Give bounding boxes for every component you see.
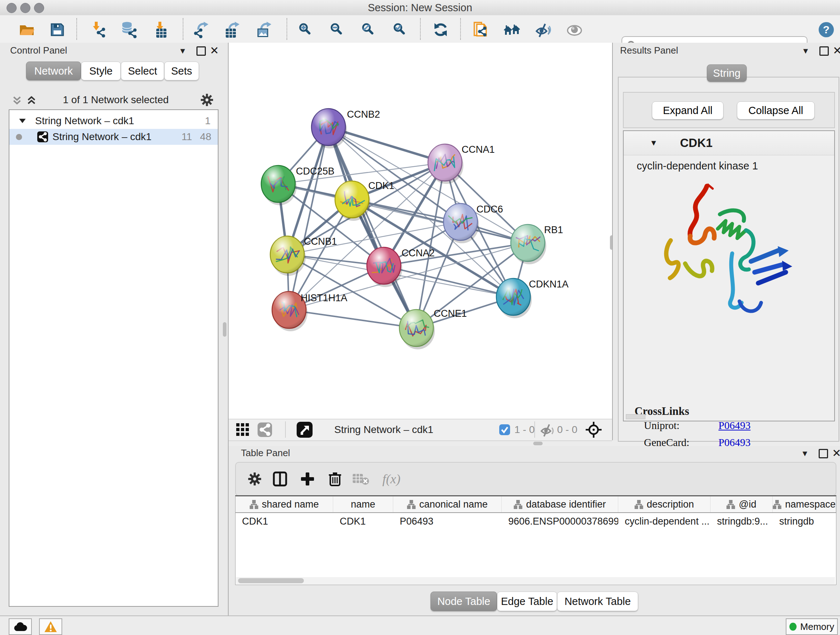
results-panel-float-button[interactable] xyxy=(819,46,829,57)
zoom-in-button[interactable] xyxy=(296,20,315,39)
column-header-shared-name[interactable]: shared name xyxy=(235,496,333,512)
table-horizontal-scrollbar[interactable] xyxy=(236,577,835,584)
collapse-all-button[interactable]: Collapse All xyxy=(737,101,815,119)
table-cell[interactable]: CDK1 xyxy=(333,516,393,527)
results-panel-close-button[interactable]: ✕ xyxy=(833,44,840,57)
results-panel-menu-button[interactable]: ▼ xyxy=(802,46,810,56)
column-header-description[interactable]: description xyxy=(618,496,711,512)
tab-edge-table[interactable]: Edge Table xyxy=(497,592,557,611)
table-panel: Table Panel ▼ ✕ xyxy=(229,446,840,616)
table-cell[interactable]: 9606.ENSP00000378699 xyxy=(502,516,618,527)
show-graphics-details-button[interactable] xyxy=(565,20,584,39)
table-cell[interactable]: stringdb:9... xyxy=(711,516,773,527)
selected-node-edge-count: 1 - 0 xyxy=(515,419,535,440)
network-node-CCNB2[interactable] xyxy=(311,109,347,149)
delete-column-button[interactable] xyxy=(326,470,344,488)
zoom-selected-button[interactable] xyxy=(391,20,409,39)
column-header-database-identifier[interactable]: database identifier xyxy=(502,496,618,512)
control-panel-menu-button[interactable]: ▼ xyxy=(179,46,187,56)
table-cell[interactable]: cyclin-dependent ... xyxy=(618,516,711,527)
column-header--id[interactable]: @id xyxy=(711,496,773,512)
crosslink-uniprot-link[interactable]: P06493 xyxy=(718,420,751,432)
collapse-triangle-icon: ▼ xyxy=(650,138,658,148)
import-network-database-button[interactable] xyxy=(119,20,138,39)
memory-button[interactable]: Memory xyxy=(786,618,838,635)
hidden-items-button[interactable] xyxy=(539,419,555,440)
tab-select[interactable]: Select xyxy=(121,62,164,80)
export-image-button[interactable] xyxy=(255,20,273,39)
cloud-status-button[interactable] xyxy=(9,618,32,635)
open-session-button[interactable] xyxy=(17,20,36,39)
network-collection-row[interactable]: String Network – cdk1 1 xyxy=(9,113,218,129)
grid-icon xyxy=(236,423,249,437)
network-node-CDKN1A[interactable] xyxy=(496,279,532,318)
column-header-name[interactable]: name xyxy=(333,496,393,512)
string-results-container: Expand All Collapse All ▼ CDK1 cyclin-de… xyxy=(618,77,839,442)
function-builder-button[interactable]: f(x) xyxy=(378,470,405,488)
table-row[interactable]: CDK1CDK1P064939606.ENSP00000378699cyclin… xyxy=(235,513,836,530)
save-session-button[interactable] xyxy=(48,20,66,39)
network-node-RB1[interactable] xyxy=(511,225,546,264)
network-list-options-button[interactable] xyxy=(200,93,214,109)
table-panel-close-button[interactable]: ✕ xyxy=(832,447,840,459)
export-image-icon xyxy=(256,21,273,38)
network-view-share-button[interactable] xyxy=(257,419,272,440)
control-panel-float-button[interactable] xyxy=(196,46,206,57)
tab-string[interactable]: String xyxy=(707,65,747,82)
export-network-button[interactable] xyxy=(192,20,210,39)
column-header-canonical-name[interactable]: canonical name xyxy=(393,496,502,512)
grid-mode-button[interactable] xyxy=(236,419,249,440)
tab-node-table[interactable]: Node Table xyxy=(431,592,497,611)
selected-checkbox[interactable] xyxy=(499,419,510,440)
hide-graphics-details-button[interactable] xyxy=(533,20,552,39)
scrollbar-thumb[interactable] xyxy=(238,578,304,583)
help-button[interactable]: ? xyxy=(817,20,836,39)
collapse-all-networks-button[interactable] xyxy=(11,94,23,108)
table-cell[interactable]: stringdb xyxy=(773,516,836,527)
left-splitter-handle[interactable] xyxy=(223,322,226,337)
control-panel-close-button[interactable]: ✕ xyxy=(210,44,219,57)
network-node-CCNA2[interactable] xyxy=(367,247,402,287)
mini-scrollbar[interactable] xyxy=(626,414,645,419)
delete-table-button[interactable] xyxy=(352,470,370,488)
results-panel-title: Results Panel xyxy=(620,45,678,56)
network-canvas[interactable]: CCNB2CCNA1CDC25BCDK1CDC6RB1CCNB1CCNA2CDK… xyxy=(229,43,612,419)
trash-icon xyxy=(328,471,342,486)
fit-content-button[interactable] xyxy=(585,419,602,440)
expand-all-button[interactable]: Expand All xyxy=(652,101,723,119)
table-options-button[interactable] xyxy=(246,470,264,488)
network-node-CCNE1[interactable] xyxy=(399,310,435,349)
tab-sets[interactable]: Sets xyxy=(164,62,199,80)
horizontal-splitter-handle[interactable] xyxy=(533,442,543,445)
birdseye-view-button[interactable] xyxy=(297,419,313,440)
zoom-selected-icon xyxy=(392,21,409,38)
table-cell[interactable]: CDK1 xyxy=(235,516,333,527)
export-table-button[interactable] xyxy=(223,20,242,39)
network-node-CDC25B[interactable] xyxy=(261,165,297,205)
cdk1-card-header[interactable]: ▼ CDK1 xyxy=(624,131,834,155)
show-columns-button[interactable] xyxy=(271,470,289,488)
network-selection-status: 1 of 1 Network selected xyxy=(43,94,188,106)
tab-style[interactable]: Style xyxy=(81,62,121,80)
table-cell[interactable]: P06493 xyxy=(393,516,502,527)
table-panel-float-button[interactable] xyxy=(819,449,828,460)
import-network-file-button[interactable] xyxy=(88,20,107,39)
table-panel-menu-button[interactable]: ▼ xyxy=(801,449,809,458)
main-toolbar: ? xyxy=(0,15,840,43)
network-node-CDK1[interactable] xyxy=(335,181,370,221)
zoom-fit-button[interactable] xyxy=(359,20,378,39)
first-neighbors-button[interactable] xyxy=(502,20,521,39)
tab-network-table[interactable]: Network Table xyxy=(557,592,638,611)
apply-layout-button[interactable] xyxy=(431,20,450,39)
zoom-out-button[interactable] xyxy=(328,20,347,39)
expand-all-networks-button[interactable] xyxy=(25,94,38,108)
warnings-button[interactable] xyxy=(39,618,62,635)
network-from-file-button[interactable] xyxy=(471,20,490,39)
import-table-file-button[interactable] xyxy=(151,20,170,39)
network-node-label: HIST1H1A xyxy=(301,293,347,303)
network-node-CCNA1[interactable] xyxy=(428,144,463,184)
tab-network[interactable]: Network xyxy=(26,62,81,80)
column-header-namespace[interactable]: namespace xyxy=(773,496,836,512)
create-column-button[interactable] xyxy=(299,470,316,488)
network-row-selected[interactable]: String Network – cdk1 11 48 xyxy=(9,129,218,145)
